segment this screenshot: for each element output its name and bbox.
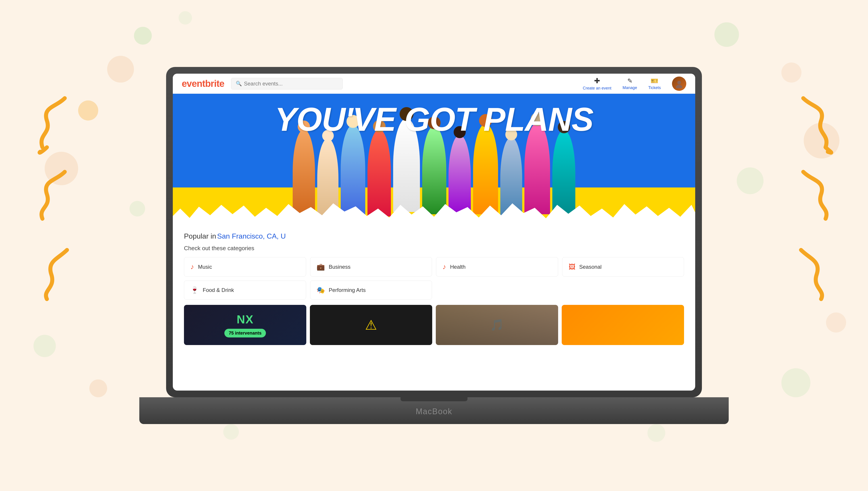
dot-11	[826, 313, 846, 333]
paper-tear	[173, 201, 695, 223]
category-business[interactable]: 💼 Business	[310, 257, 432, 277]
nx-title: NX	[237, 313, 254, 326]
tickets-button[interactable]: 🎫 Tickets	[648, 77, 661, 90]
dot-8	[737, 167, 763, 194]
svg-point-0	[677, 81, 681, 84]
dot-6	[781, 62, 802, 83]
food-drink-label: Food & Drink	[203, 287, 234, 293]
event-card-dark[interactable]: ⚠	[310, 305, 432, 345]
hero-text: YOU'VE GOT PLANS	[173, 100, 695, 138]
event-card-nx[interactable]: NX 75 intervenants	[184, 305, 306, 345]
dot-9	[33, 335, 56, 357]
squiggle-right-bottom	[788, 246, 832, 301]
create-event-button[interactable]: ✚ Create an event	[583, 77, 611, 91]
health-label: Health	[450, 264, 465, 270]
dot-4	[129, 201, 145, 216]
category-seasonal[interactable]: 🖼 Seasonal	[562, 257, 684, 277]
categories-row-1: ♪ Music 💼 Business ♪ Health	[184, 257, 684, 277]
manage-icon: ✎	[627, 77, 633, 85]
nx-badge: 75 intervenants	[224, 329, 266, 338]
squiggle-right-top	[794, 94, 843, 156]
squiggle-left-middle	[29, 167, 74, 223]
food-drink-icon: 🍷	[191, 286, 199, 294]
dot-14	[223, 424, 239, 440]
event-card-photo[interactable]: 🎵	[436, 305, 558, 345]
search-icon: 🔍	[236, 81, 242, 87]
dot-12	[781, 368, 810, 397]
dot-16	[78, 100, 98, 120]
squiggle-right-middle	[794, 167, 839, 223]
squiggle-left-bottom	[36, 246, 80, 301]
macbook-brand: MacBook	[416, 407, 452, 416]
dot-2	[107, 56, 134, 83]
seasonal-label: Seasonal	[579, 264, 602, 270]
macbook-screen: eventbrite 🔍 ✚ Create an event ✎ Manage	[173, 74, 695, 391]
dot-10	[89, 379, 107, 397]
categories-row-2: 🍷 Food & Drink 🎭 Performing Arts	[184, 281, 684, 299]
macbook-lid: eventbrite 🔍 ✚ Create an event ✎ Manage	[166, 67, 702, 397]
performing-arts-label: Performing Arts	[329, 287, 366, 293]
categories-heading: Check out these categories	[184, 245, 684, 252]
macbook: eventbrite 🔍 ✚ Create an event ✎ Manage	[166, 67, 702, 424]
event-card-orange[interactable]	[562, 305, 684, 345]
dot-15	[647, 424, 665, 442]
user-avatar[interactable]	[672, 77, 686, 91]
manage-button[interactable]: ✎ Manage	[623, 77, 637, 90]
browser-nav: eventbrite 🔍 ✚ Create an event ✎ Manage	[173, 74, 695, 94]
dot-5	[715, 22, 739, 47]
search-bar[interactable]: 🔍	[231, 78, 343, 89]
category-food-drink[interactable]: 🍷 Food & Drink	[184, 281, 306, 299]
empty-cell-2	[562, 281, 684, 299]
search-input[interactable]	[244, 81, 338, 87]
eventbrite-logo[interactable]: eventbrite	[182, 78, 224, 89]
nav-actions: ✚ Create an event ✎ Manage 🎫 Tickets	[583, 77, 687, 91]
business-label: Business	[329, 264, 350, 270]
popular-location[interactable]: San Francisco, CA, U	[217, 232, 286, 240]
dot-13	[179, 11, 192, 25]
music-label: Music	[198, 264, 212, 270]
create-event-icon: ✚	[594, 77, 600, 85]
tickets-icon: 🎫	[650, 77, 658, 85]
main-content: Popular in San Francisco, CA, U Check ou…	[173, 223, 695, 354]
category-music[interactable]: ♪ Music	[184, 257, 306, 277]
squiggle-left-top	[25, 94, 74, 156]
health-icon: ♪	[442, 263, 446, 271]
category-health[interactable]: ♪ Health	[436, 257, 558, 277]
popular-prefix: Popular in	[184, 232, 216, 240]
music-icon: ♪	[191, 263, 194, 271]
hero-banner: YOU'VE GOT PLANS	[173, 94, 695, 223]
performing-arts-icon: 🎭	[317, 286, 325, 294]
macbook-base: MacBook	[139, 397, 729, 424]
manage-label: Manage	[623, 85, 637, 90]
dot-1	[134, 27, 152, 45]
tickets-label: Tickets	[648, 85, 661, 90]
warning-icon: ⚠	[365, 317, 377, 333]
popular-heading-row: Popular in San Francisco, CA, U	[184, 232, 684, 240]
event-previews: NX 75 intervenants ⚠ 🎵	[184, 305, 684, 345]
create-event-label: Create an event	[583, 86, 611, 91]
category-performing-arts[interactable]: 🎭 Performing Arts	[310, 281, 432, 299]
seasonal-icon: 🖼	[569, 263, 575, 271]
business-icon: 💼	[317, 263, 325, 271]
svg-point-1	[676, 85, 682, 88]
macbook-notch	[401, 397, 467, 401]
empty-cell-1	[436, 281, 558, 299]
